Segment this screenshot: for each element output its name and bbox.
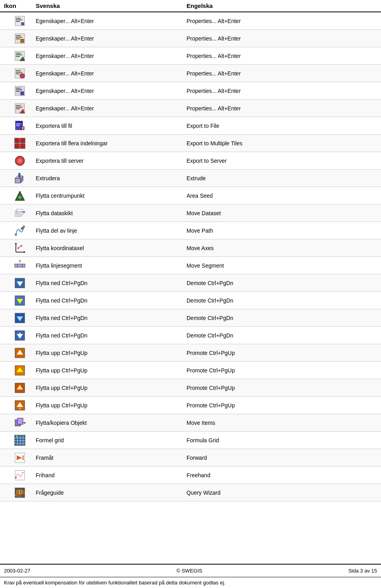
svenska-cell-24: Formel grid [36, 437, 187, 443]
icon-demote1 [4, 278, 36, 289]
engelska-cell-11: Move Dataset [187, 210, 369, 216]
icon-properties2 [4, 33, 36, 44]
header-icon: Ikon [4, 2, 36, 9]
table-row: Flytta del av linjeMove Path [0, 222, 381, 239]
table-row: f Formel gridFormula Grid [0, 432, 381, 449]
icon-properties3 [4, 50, 36, 62]
icon-forward [4, 452, 36, 463]
table-row: Flytta centrumpunktArea Seed [0, 187, 381, 204]
table-row: Egenskaper... Alt+EnterProperties... Alt… [0, 82, 381, 100]
svenska-cell-0: Egenskaper... Alt+Enter [36, 18, 187, 24]
table-row: E Exportera till filExport to File [0, 117, 381, 135]
svg-rect-95 [17, 418, 23, 424]
svenska-cell-13: Flytta koordinataxel [36, 245, 187, 251]
icon-properties1 [4, 15, 36, 27]
svg-point-46 [18, 159, 21, 162]
svg-marker-67 [15, 243, 17, 244]
svg-text:f: f [16, 435, 17, 438]
table-row: Egenskaper... Alt+EnterProperties... Alt… [0, 100, 381, 117]
svenska-cell-16: Flytta ned Ctrl+PgDn [36, 297, 187, 304]
svg-point-110 [15, 477, 17, 478]
icon-move-path [4, 225, 36, 236]
svg-point-60 [15, 233, 17, 236]
svg-rect-13 [16, 56, 20, 57]
engelska-cell-5: Properties... Alt+Enter [187, 105, 369, 112]
svg-marker-75 [19, 260, 21, 261]
table-row: Flytta ned Ctrl+PgDnDemote Ctrl+PgDn [0, 292, 381, 309]
svg-marker-57 [24, 211, 25, 213]
svg-rect-27 [16, 107, 22, 108]
svenska-cell-14: Flytta linjesegment [36, 262, 187, 269]
engelska-cell-19: Promote Ctrl+PgUp [187, 350, 369, 356]
svenska-cell-8: Exportera till server [36, 158, 187, 164]
svenska-cell-20: Flytta upp Ctrl+PgUp [36, 367, 187, 374]
table-row: FrihandFreehand [0, 467, 381, 484]
svenska-cell-22: Flytta upp Ctrl+PgUp [36, 402, 187, 409]
svg-rect-47 [15, 178, 21, 183]
svg-rect-8 [16, 39, 20, 39]
svg-rect-3 [16, 21, 20, 22]
svenska-cell-4: Egenskaper... Alt+Enter [36, 88, 187, 94]
engelska-cell-23: Move Items [187, 420, 369, 426]
svg-rect-24 [21, 92, 24, 95]
svenska-cell-26: Frihand [36, 472, 187, 478]
header-svenska: Svenska [36, 2, 187, 9]
table-row: Flytta linjesegmentMove Segment [0, 257, 381, 274]
table-row: Exportera till serverExport to Server [0, 152, 381, 170]
svg-marker-66 [24, 251, 25, 253]
table-row: Egenskaper... Alt+EnterProperties... Alt… [0, 12, 381, 30]
svenska-cell-17: Flytta ned Ctrl+PgDn [36, 315, 187, 321]
icon-promote3 [4, 382, 36, 393]
page: Ikon Svenska Engelska Egenskaper... Alt+… [0, 0, 381, 588]
svg-rect-18 [16, 73, 20, 74]
icon-promote2 [4, 365, 36, 376]
footer-page: Sida 3 av 15 [348, 568, 377, 574]
svg-rect-12 [16, 54, 22, 55]
engelska-cell-10: Area Seed [187, 193, 369, 199]
svg-rect-109 [15, 470, 25, 480]
engelska-cell-13: Move Axes [187, 245, 369, 251]
icon-move-axes [4, 243, 36, 254]
engelska-cell-12: Move Path [187, 227, 369, 234]
table-row: Flytta ned Ctrl+PgDnDemote Ctrl+PgDn [0, 327, 381, 344]
engelska-cell-9: Extrude [187, 175, 369, 181]
svg-rect-31 [15, 121, 23, 123]
engelska-cell-6: Export to File [187, 123, 369, 129]
engelska-cell-1: Properties... Alt+Enter [187, 35, 369, 42]
table-row: Egenskaper... Alt+EnterProperties... Alt… [0, 47, 381, 65]
table-body: Egenskaper... Alt+EnterProperties... Alt… [0, 12, 381, 564]
icon-move-items [4, 417, 36, 428]
svenska-cell-5: Egenskaper... Alt+Enter [36, 105, 187, 112]
icon-freehand [4, 470, 36, 481]
engelska-cell-8: Export to Server [187, 158, 369, 164]
svg-rect-16 [16, 70, 21, 71]
table-row: Flytta koordinataxelMove Axes [0, 239, 381, 257]
table-row: Flytta upp Ctrl+PgUpPromote Ctrl+PgUp [0, 362, 381, 379]
svg-rect-50 [19, 174, 20, 177]
footer-note: Krav på eventuell kompensation för utebl… [0, 577, 381, 588]
footer-brand: © SWEGIS [177, 568, 202, 574]
engelska-cell-17: Demote Ctrl+PgDn [187, 315, 369, 321]
footer-date: 2003-02-27 [4, 568, 31, 574]
header-engelska: Engelska [187, 2, 369, 9]
icon-area-seed [4, 190, 36, 201]
engelska-cell-16: Demote Ctrl+PgDn [187, 297, 369, 304]
svg-rect-71 [15, 264, 25, 267]
svg-rect-26 [16, 105, 21, 106]
engelska-cell-21: Promote Ctrl+PgUp [187, 385, 369, 391]
svg-point-19 [20, 73, 25, 78]
svg-rect-4 [21, 23, 24, 25]
engelska-cell-20: Promote Ctrl+PgUp [187, 367, 369, 374]
svg-rect-21 [16, 88, 21, 89]
svenska-cell-3: Egenskaper... Alt+Enter [36, 70, 187, 77]
icon-export-server [4, 155, 36, 166]
icon-formula-grid: f [4, 435, 36, 446]
engelska-cell-27: Query Wizard [187, 490, 369, 496]
svenska-cell-7: Exportera till flera indelningar [36, 140, 187, 147]
svenska-cell-10: Flytta centrumpunkt [36, 193, 187, 199]
engelska-cell-14: Move Segment [187, 262, 369, 269]
icon-move-dataset [4, 208, 36, 219]
svg-rect-7 [16, 37, 22, 38]
icon-demote3 [4, 312, 36, 324]
icon-move-segment [4, 260, 36, 271]
